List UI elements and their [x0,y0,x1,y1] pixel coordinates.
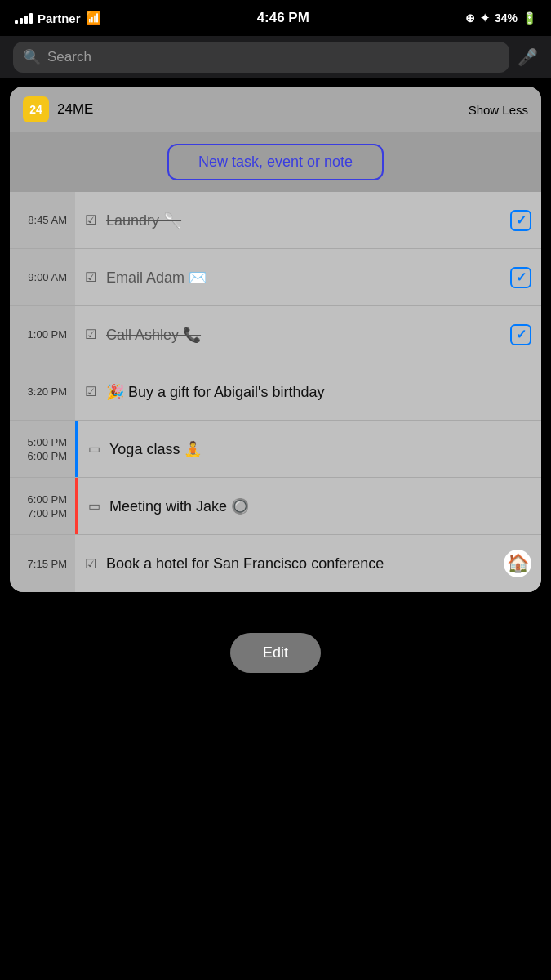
check-icon: ☑ [85,556,100,572]
task-list: 8:45 AM ☑ Laundry 🥄 9:00 AM ☑ Email Adam… [10,192,541,592]
status-time: 4:46 PM [257,10,309,26]
task-time: 7:15 PM [10,535,75,592]
task-time-range: 6:00 PM 7:00 PM [10,478,75,534]
task-time: 1:00 PM [10,306,75,363]
task-content: ☑ Call Ashley 📞 [75,306,541,363]
signal-bars [15,13,33,24]
task-label: Call Ashley 📞 [106,326,504,344]
task-time: 3:20 PM [10,363,75,420]
app-icon: 24 [23,96,49,122]
bluetooth-icon: ✦ [480,11,490,24]
check-icon: ☑ [85,270,100,285]
edit-button[interactable]: Edit [230,633,321,673]
search-placeholder: Search [47,49,91,65]
signal-bar-2 [20,18,23,24]
show-less-button[interactable]: Show Less [469,103,528,117]
list-item[interactable]: 5:00 PM 6:00 PM ▭ Yoga class 🧘 [10,421,541,478]
signal-bar-1 [15,20,18,24]
task-content: ▭ Yoga class 🧘 [75,421,541,477]
hotel-icon: 🏠 [504,550,531,577]
task-label: Book a hotel for San Francisco conferenc… [106,555,497,572]
status-left: Partner 📶 [15,11,101,25]
task-label: Meeting with Jake 🔘 [109,497,531,515]
widget-header: 24 24ME Show Less [10,87,541,132]
task-time-start: 6:00 PM [28,493,67,506]
mic-icon[interactable]: 🎤 [518,47,538,67]
location-icon: ⊕ [465,11,475,24]
status-right: ⊕ ✦ 34% 🔋 [465,11,536,24]
task-time: 8:45 AM [10,192,75,248]
calendar-icon: ▭ [88,441,103,457]
battery-label: 34% [495,11,518,24]
task-label: Laundry 🥄 [106,212,504,229]
carrier-label: Partner [38,11,81,25]
new-task-row: New task, event or note [10,132,541,192]
task-content: ☑ Book a hotel for San Francisco confere… [75,535,541,592]
list-item[interactable]: 6:00 PM 7:00 PM ▭ Meeting with Jake 🔘 [10,478,541,535]
task-time-start: 5:00 PM [28,436,67,448]
signal-bar-4 [29,13,33,24]
task-content: ☑ 🎉 Buy a gift for Abigail's birthday [75,363,541,420]
list-item[interactable]: 3:20 PM ☑ 🎉 Buy a gift for Abigail's bir… [10,363,541,421]
widget-header-left: 24 24ME [23,96,93,122]
list-item[interactable]: 1:00 PM ☑ Call Ashley 📞 [10,306,541,363]
list-item[interactable]: 7:15 PM ☑ Book a hotel for San Francisco… [10,535,541,592]
check-icon: ☑ [85,212,100,228]
task-label: Email Adam ✉️ [106,269,504,287]
search-input-wrap[interactable]: 🔍 Search [13,42,509,73]
task-time-end: 6:00 PM [28,450,67,462]
search-bar: 🔍 Search 🎤 [0,36,551,78]
status-bar: Partner 📶 4:46 PM ⊕ ✦ 34% 🔋 [0,0,551,36]
task-content: ☑ Laundry 🥄 [75,192,541,248]
completed-checkbox[interactable] [510,324,531,345]
battery-icon: 🔋 [522,11,536,24]
list-item[interactable]: 9:00 AM ☑ Email Adam ✉️ [10,249,541,306]
edit-button-wrap: Edit [0,633,551,673]
signal-bar-3 [24,16,28,24]
check-icon: ☑ [85,327,100,342]
check-icon: ☑ [85,384,100,399]
list-item[interactable]: 8:45 AM ☑ Laundry 🥄 [10,192,541,249]
search-icon: 🔍 [23,48,41,66]
completed-checkbox[interactable] [510,210,531,231]
task-time-end: 7:00 PM [28,507,67,519]
wifi-icon: 📶 [86,11,101,25]
task-content: ▭ Meeting with Jake 🔘 [75,478,541,534]
task-label: Yoga class 🧘 [109,440,531,458]
app-name: 24ME [57,101,93,118]
task-content: ☑ Email Adam ✉️ [75,249,541,305]
task-time-range: 5:00 PM 6:00 PM [10,421,75,477]
widget-container: 24 24ME Show Less New task, event or not… [10,87,541,592]
new-task-button[interactable]: New task, event or note [167,144,384,180]
completed-checkbox[interactable] [510,267,531,288]
calendar-icon: ▭ [88,498,103,514]
task-time: 9:00 AM [10,249,75,305]
task-label: 🎉 Buy a gift for Abigail's birthday [106,383,531,401]
